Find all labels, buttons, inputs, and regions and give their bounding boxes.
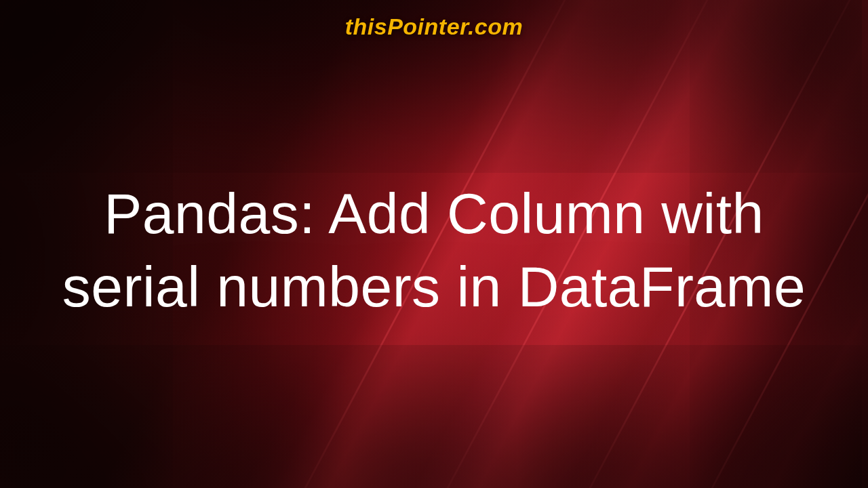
brand-logo: thisPointer.com — [345, 14, 524, 40]
page-title: Pandas: Add Column with serial numbers i… — [54, 178, 814, 323]
content-wrapper: thisPointer.com Pandas: Add Column with … — [0, 0, 868, 488]
title-container: Pandas: Add Column with serial numbers i… — [0, 40, 868, 488]
